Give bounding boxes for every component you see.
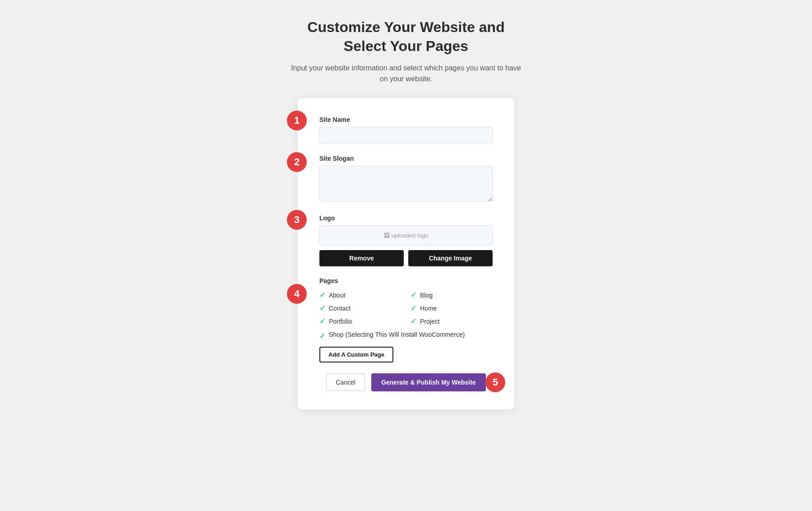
step-3-badge: 3 bbox=[287, 210, 307, 230]
page-item-project[interactable]: ✓ Project bbox=[411, 317, 493, 325]
page-title: Customize Your Website andSelect Your Pa… bbox=[291, 18, 521, 56]
page-contact-label: Contact bbox=[329, 305, 351, 312]
change-image-button[interactable]: Change Image bbox=[408, 250, 493, 266]
step-5-badge: 5 bbox=[485, 372, 505, 392]
form-footer: Cancel Generate & Publish My Website 5 bbox=[319, 373, 493, 391]
check-portfolio-icon: ✓ bbox=[319, 317, 325, 325]
page-home-label: Home bbox=[420, 305, 437, 312]
page-project-label: Project bbox=[420, 318, 440, 325]
form-card: 1 Site Name 2 Site Slogan 3 Logo 🖼 uploa… bbox=[298, 98, 514, 409]
pages-label: Pages bbox=[319, 277, 493, 284]
site-slogan-input[interactable] bbox=[319, 166, 493, 202]
generate-publish-button[interactable]: Generate & Publish My Website bbox=[371, 373, 486, 391]
step-1-badge: 1 bbox=[287, 111, 307, 130]
add-custom-page-button[interactable]: Add A Custom Page bbox=[319, 347, 393, 362]
site-slogan-label: Site Slogan bbox=[319, 155, 493, 162]
page-item-shop[interactable]: ✓ Shop (Selecting This Will Install WooC… bbox=[319, 331, 493, 340]
page-item-portfolio[interactable]: ✓ Portfolio bbox=[319, 317, 401, 325]
page-portfolio-label: Portfolio bbox=[329, 318, 352, 325]
site-name-label: Site Name bbox=[319, 116, 493, 123]
page-shop-label: Shop (Selecting This Will Install WooCom… bbox=[329, 331, 465, 338]
page-about-label: About bbox=[329, 292, 346, 299]
step-4-badge: 4 bbox=[287, 284, 307, 304]
page-header: Customize Your Website andSelect Your Pa… bbox=[291, 18, 521, 84]
page-subtitle: Input your website information and selec… bbox=[291, 63, 521, 84]
page-item-home[interactable]: ✓ Home bbox=[411, 304, 493, 312]
pages-section: Pages ✓ About ✓ Blog ✓ Contact ✓ Home bbox=[319, 277, 493, 362]
form-wrapper: 1 Site Name 2 Site Slogan 3 Logo 🖼 uploa… bbox=[298, 98, 514, 409]
logo-preview: 🖼 uploaded logo bbox=[319, 225, 493, 246]
check-shop-icon: ✓ bbox=[319, 332, 325, 340]
remove-logo-button[interactable]: Remove bbox=[319, 250, 404, 266]
logo-preview-text: 🖼 uploaded logo bbox=[384, 232, 428, 239]
page-item-about[interactable]: ✓ About bbox=[319, 291, 401, 299]
page-item-blog[interactable]: ✓ Blog bbox=[411, 291, 493, 299]
page-blog-label: Blog bbox=[420, 292, 433, 299]
check-contact-icon: ✓ bbox=[319, 304, 325, 312]
check-project-icon: ✓ bbox=[411, 317, 416, 325]
logo-group: Logo 🖼 uploaded logo Remove Change Image bbox=[319, 214, 493, 266]
pages-grid: ✓ About ✓ Blog ✓ Contact ✓ Home ✓ Port bbox=[319, 291, 493, 340]
check-home-icon: ✓ bbox=[411, 304, 416, 312]
page-item-contact[interactable]: ✓ Contact bbox=[319, 304, 401, 312]
check-about-icon: ✓ bbox=[319, 291, 325, 299]
site-name-input[interactable] bbox=[319, 127, 493, 144]
cancel-button[interactable]: Cancel bbox=[326, 374, 365, 391]
step-2-badge: 2 bbox=[287, 152, 307, 172]
logo-buttons: Remove Change Image bbox=[319, 250, 493, 266]
site-slogan-group: Site Slogan bbox=[319, 155, 493, 204]
logo-label: Logo bbox=[319, 214, 493, 222]
check-blog-icon: ✓ bbox=[411, 291, 416, 299]
site-name-group: Site Name bbox=[319, 116, 493, 144]
